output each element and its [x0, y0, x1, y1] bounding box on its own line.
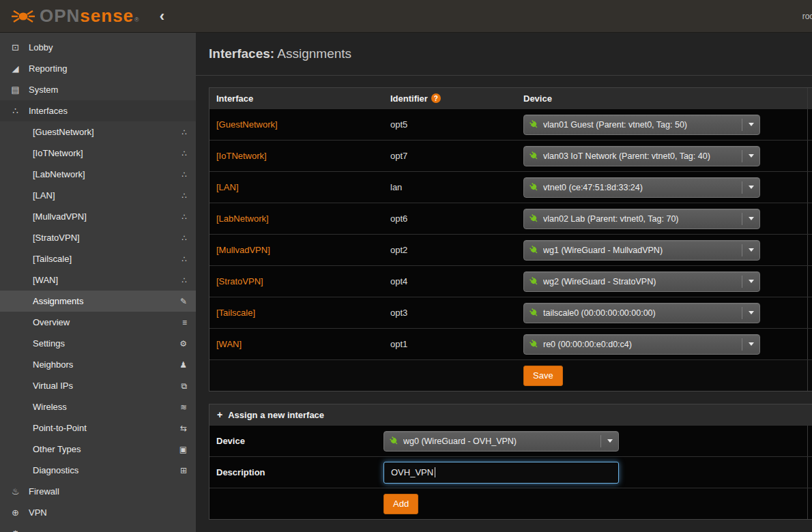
sidebar-subitem-label: [IoTNetwork]	[33, 148, 83, 158]
interface-link[interactable]: [LAN]	[216, 182, 239, 192]
sidebar-item-assignments[interactable]: Assignments ✎	[0, 291, 196, 312]
caret-down-icon	[742, 338, 754, 351]
sidebar-item-tailscale[interactable]: [Tailscale] ∴	[0, 248, 196, 269]
sidebar-item-iotnetwork[interactable]: [IoTNetwork] ∴	[0, 143, 196, 164]
sidebar-item-label: Interfaces	[29, 106, 68, 116]
sidebar-item-mullvadvpn[interactable]: [MullvadVPN] ∴	[0, 206, 196, 227]
sidebar-item-lan[interactable]: [LAN] ∴	[0, 185, 196, 206]
user-menu[interactable]: roo	[802, 0, 812, 33]
table-row: [MullvadVPN] opt2 wg1 (WireGuard - Mullv…	[209, 234, 812, 265]
sidebar-item-virtual-ips[interactable]: Virtual IPs ⧉	[0, 375, 196, 396]
interface-link[interactable]: [MullvadVPN]	[216, 245, 270, 255]
sidebar-subitem-label: Diagnostics	[33, 465, 78, 475]
diagnostics-icon: ⊞	[180, 466, 187, 475]
device-select[interactable]: re0 (00:00:00:e0:d0:c4)	[523, 334, 760, 355]
device-select[interactable]: vlan02 Lab (Parent: vtnet0, Tag: 70)	[523, 209, 760, 229]
device-select[interactable]: vtnet0 (ce:47:51:8d:33:24)	[523, 177, 760, 198]
sitemap-icon: ∴	[182, 128, 187, 137]
sidebar-item-label: Reporting	[29, 63, 67, 74]
new-device-select[interactable]: wg0 (WireGuard - OVH_VPN)	[383, 431, 619, 452]
pencil-icon: ✎	[180, 297, 187, 306]
column-header-device: Device	[523, 93, 552, 104]
plug-icon	[527, 243, 540, 256]
device-select-value: tailscale0 (00:00:00:00:00:00)	[543, 308, 736, 318]
sidebar-item-guestnetwork[interactable]: [GuestNetwork] ∴	[0, 121, 196, 143]
plug-icon	[527, 212, 540, 224]
sidebar-item-interfaces[interactable]: ∴ Interfaces	[0, 100, 196, 121]
identifier-text: opt7	[390, 151, 407, 161]
table-row: [WAN] opt1 re0 (00:00:00:e0:d0:c4)	[209, 328, 812, 359]
sidebar-item-vpn[interactable]: ⊕ VPN	[0, 502, 196, 523]
sidebar-item-point-to-point[interactable]: Point-to-Point ⇆	[0, 417, 196, 439]
brand-text-sense: sense	[80, 5, 134, 27]
caret-down-icon	[742, 119, 754, 131]
assign-panel-title: Assign a new interface	[228, 410, 324, 420]
sidebar-subitem-label: Point-to-Point	[33, 423, 87, 433]
caret-down-icon	[742, 150, 754, 162]
sidebar-subitem-label: [LAN]	[33, 190, 55, 201]
interface-link[interactable]: [GuestNetwork]	[216, 119, 278, 130]
interface-link[interactable]: [WAN]	[216, 339, 242, 349]
device-select[interactable]: wg2 (WireGuard - StratoVPN)	[523, 271, 760, 292]
sidebar-item-partial[interactable]: ⚙	[0, 523, 196, 532]
caret-down-icon	[742, 181, 754, 194]
description-field-label: Description	[216, 467, 265, 477]
sidebar-item-wireless[interactable]: Wireless ≋	[0, 396, 196, 417]
sidebar-item-other-types[interactable]: Other Types ▣	[0, 439, 196, 460]
sidebar-item-settings[interactable]: Settings ⚙	[0, 333, 196, 354]
device-select[interactable]: tailscale0 (00:00:00:00:00:00)	[523, 303, 760, 323]
plus-icon: +	[217, 409, 222, 420]
fire-icon: ♨	[10, 486, 21, 497]
sidebar-item-stratovpn[interactable]: [StratoVPN] ∴	[0, 227, 196, 248]
interface-link[interactable]: [Tailscale]	[216, 308, 255, 318]
interface-link[interactable]: [IoTNetwork]	[216, 151, 267, 161]
sidebar-item-neighbors[interactable]: Neighbors ♟	[0, 354, 196, 375]
sidebar-item-overview[interactable]: Overview ≡	[0, 312, 196, 333]
column-header-identifier: Identifier	[390, 93, 428, 104]
sidebar-item-firewall[interactable]: ♨ Firewall	[0, 481, 196, 502]
gears-icon: ⚙	[179, 339, 187, 349]
page-title: Interfaces: Assignments	[209, 46, 351, 61]
box-icon: ▣	[179, 445, 187, 454]
list-icon: ▤	[10, 85, 21, 95]
sitemap-icon: ∴	[182, 233, 187, 243]
device-select[interactable]: vlan01 Guest (Parent: vtnet0, Tag: 50)	[523, 115, 760, 135]
plug-icon	[527, 118, 540, 130]
sidebar-subitem-label: [Tailscale]	[33, 254, 72, 264]
plug-icon	[527, 338, 540, 350]
interface-link[interactable]: [LabNetwork]	[216, 213, 269, 224]
add-button[interactable]: Add	[383, 494, 418, 514]
sidebar-item-diagnostics[interactable]: Diagnostics ⊞	[0, 460, 196, 481]
device-select[interactable]: wg1 (WireGuard - MullvadVPN)	[523, 240, 760, 261]
description-input-value: OVH_VPN	[391, 467, 433, 477]
copy-icon: ⧉	[181, 381, 187, 391]
help-icon[interactable]: ?	[431, 93, 441, 103]
sidebar-item-reporting[interactable]: ◢ Reporting	[0, 58, 196, 79]
sitemap-icon: ∴	[182, 191, 187, 201]
sitemap-icon: ∴	[182, 149, 187, 158]
sidebar-item-lobby[interactable]: ⊡ Lobby	[0, 37, 196, 58]
sidebar-subitem-label: [MullvadVPN]	[33, 211, 87, 222]
sidebar-collapse-icon[interactable]: ‹	[160, 9, 164, 24]
caret-down-icon	[742, 244, 754, 256]
column-header-interface: Interface	[216, 93, 253, 104]
sidebar-subitem-label: [StratoVPN]	[33, 233, 80, 243]
table-row: [Tailscale] opt3 tailscale0 (00:00:00:00…	[209, 297, 812, 328]
description-input[interactable]: OVH_VPN	[383, 462, 619, 484]
sidebar-subitem-label: [WAN]	[33, 275, 58, 285]
save-button[interactable]: Save	[523, 366, 563, 386]
sidebar-subitem-label: Assignments	[33, 296, 83, 306]
sidebar: ⊡ Lobby ◢ Reporting ▤ System ∴ Interface…	[0, 33, 196, 532]
sitemap-icon: ∴	[182, 170, 187, 179]
sidebar-item-label: Lobby	[29, 42, 53, 53]
device-select-value: vlan02 Lab (Parent: vtnet0, Tag: 70)	[543, 214, 736, 224]
sidebar-item-label: VPN	[29, 507, 47, 518]
interface-link[interactable]: [StratoVPN]	[216, 276, 263, 286]
sidebar-subitem-label: Settings	[33, 338, 65, 349]
sidebar-item-wan[interactable]: [WAN] ∴	[0, 269, 196, 291]
device-select[interactable]: vlan03 IoT Network (Parent: vtnet0, Tag:…	[523, 146, 760, 166]
sidebar-item-system[interactable]: ▤ System	[0, 79, 196, 100]
sidebar-item-labnetwork[interactable]: [LabNetwork] ∴	[0, 164, 196, 185]
device-select-value: vlan01 Guest (Parent: vtnet0, Tag: 50)	[543, 120, 736, 130]
opnsense-logo[interactable]: OPNsense®	[10, 5, 139, 27]
